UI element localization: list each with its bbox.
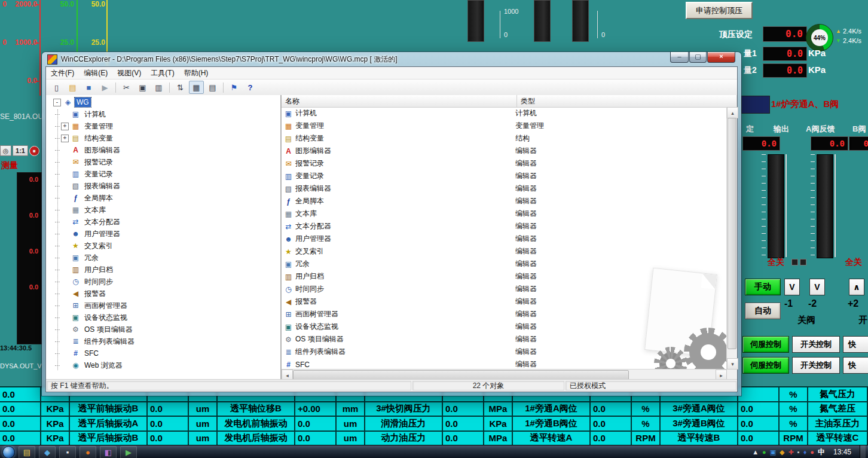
tree-expander[interactable] bbox=[61, 146, 69, 154]
tree-expander[interactable] bbox=[61, 338, 69, 346]
tray-icon[interactable]: ▪ bbox=[797, 449, 800, 456]
tree-expander[interactable] bbox=[61, 314, 69, 322]
tree-expander[interactable] bbox=[61, 302, 69, 310]
tree-expander[interactable] bbox=[61, 218, 69, 226]
horizontal-scrollbar[interactable]: ◂ ▸ bbox=[282, 369, 727, 380]
list-row[interactable]: ✉ 报警记录 编辑器 bbox=[282, 157, 727, 170]
tree-item[interactable]: ◷ 时间同步 bbox=[46, 276, 280, 288]
toolbar-button[interactable]: ▥ bbox=[151, 81, 166, 94]
tray-icon[interactable]: ◆ bbox=[780, 449, 784, 456]
tree-expander[interactable] bbox=[61, 362, 69, 370]
toolbar-button[interactable]: ■ bbox=[81, 81, 96, 94]
tray-icon[interactable]: ✚ bbox=[788, 449, 794, 456]
title-bar[interactable]: WinCCExplorer - D:\Program Files (x86)\S… bbox=[42, 52, 741, 66]
toolbar-button[interactable]: ✂ bbox=[119, 81, 134, 94]
tree-expander[interactable] bbox=[61, 206, 69, 214]
tree-item[interactable]: ◉ Web 浏览器 bbox=[46, 359, 280, 371]
toolbar-button[interactable]: ▤ bbox=[65, 81, 80, 94]
tree-root[interactable]: - ◈ WG bbox=[46, 96, 280, 108]
list-row[interactable]: ▣ 计算机 计算机 bbox=[282, 107, 727, 120]
tree-expander[interactable] bbox=[61, 230, 69, 238]
tree-item[interactable]: ▣ 计算机 bbox=[46, 108, 280, 120]
tree-item[interactable]: ▥ 用户归档 bbox=[46, 264, 280, 276]
tree-expander[interactable] bbox=[61, 194, 69, 202]
list-row[interactable]: ▥ 变量记录 编辑器 bbox=[282, 170, 727, 182]
tree-item[interactable]: ☻ 用户管理器 bbox=[46, 228, 280, 240]
tree-item[interactable]: ★ 交叉索引 bbox=[46, 240, 280, 252]
list-row[interactable]: ▧ 报表编辑器 编辑器 bbox=[282, 182, 727, 195]
list-row[interactable]: ▦ 变量管理 变量管理 bbox=[282, 120, 727, 132]
minimize-button[interactable]: – bbox=[670, 52, 689, 63]
toolbar-button[interactable] bbox=[169, 83, 170, 93]
fast-open-button-1[interactable]: 快 bbox=[843, 336, 868, 353]
zoom-level[interactable]: 1:1 bbox=[13, 145, 28, 156]
tree-item[interactable]: + ▦ 变量管理 bbox=[46, 120, 280, 132]
tree-expander[interactable] bbox=[61, 111, 69, 118]
toolbar-button[interactable]: ▯ bbox=[49, 81, 64, 94]
list-row[interactable]: ★ 交叉索引 编辑器 bbox=[282, 245, 727, 258]
tree-item[interactable]: ▧ 报表编辑器 bbox=[46, 180, 280, 192]
tree-expander[interactable]: + bbox=[61, 135, 69, 142]
scroll-down-icon[interactable]: ▾ bbox=[727, 358, 738, 370]
ime-indicator[interactable]: 中 bbox=[818, 447, 825, 457]
taskbar-app-icon[interactable]: ▪ bbox=[59, 446, 76, 458]
tray-icon[interactable]: ▲ bbox=[752, 449, 759, 456]
menu-item[interactable]: 帮助(H) bbox=[179, 67, 213, 80]
scroll-up-icon[interactable]: ▴ bbox=[727, 107, 738, 118]
tree-expander[interactable] bbox=[61, 242, 69, 250]
menu-item[interactable]: 编辑(E) bbox=[79, 67, 112, 80]
list-row[interactable]: ▤ 结构变量 结构 bbox=[282, 132, 727, 145]
tree-item[interactable]: ⇄ 文本分配器 bbox=[46, 216, 280, 228]
switch-control-button-1[interactable]: 开关控制 bbox=[792, 336, 840, 353]
tree-expander[interactable] bbox=[61, 254, 69, 262]
v-button-2[interactable]: V bbox=[809, 279, 825, 295]
auto-mode-button[interactable]: 自动 bbox=[745, 303, 781, 319]
tree-expander[interactable] bbox=[61, 326, 69, 334]
toolbar-button[interactable]: ⇅ bbox=[173, 81, 188, 94]
tree-item[interactable]: ◀ 报警器 bbox=[46, 288, 280, 300]
magnifier-icon[interactable]: ◎ bbox=[0, 145, 11, 156]
toolbar-button[interactable]: ⚑ bbox=[227, 81, 242, 94]
tray-icon[interactable]: ● bbox=[762, 449, 766, 456]
list-row[interactable]: ƒ 全局脚本 编辑器 bbox=[282, 195, 727, 207]
maximize-button[interactable]: ▢ bbox=[689, 52, 707, 63]
tray-icon[interactable]: ▣ bbox=[770, 449, 776, 456]
manual-mode-button[interactable]: 手动 bbox=[745, 279, 781, 295]
column-header-name[interactable]: 名称 bbox=[282, 95, 517, 107]
menu-item[interactable]: 视图(V) bbox=[112, 67, 146, 80]
fast-open-button-2[interactable]: 快 bbox=[843, 357, 868, 374]
clock[interactable]: 13:45 bbox=[829, 448, 856, 456]
toolbar-button[interactable]: ▶ bbox=[97, 81, 112, 94]
tray-icon[interactable]: ♦ bbox=[803, 449, 807, 456]
stop-icon[interactable]: ■ bbox=[29, 146, 39, 156]
request-top-pressure-button[interactable]: 申请控制顶压 bbox=[686, 2, 753, 19]
taskbar-app-icon[interactable]: ● bbox=[80, 446, 96, 458]
toolbar-button[interactable]: ▦ bbox=[189, 81, 204, 94]
tray-icon[interactable]: ● bbox=[810, 449, 814, 456]
taskbar-app-icon[interactable]: ▤ bbox=[19, 446, 35, 458]
toolbar-button[interactable] bbox=[115, 83, 116, 93]
switch-control-button-2[interactable]: 开关控制 bbox=[792, 357, 840, 374]
tree-item[interactable]: ▥ 变量记录 bbox=[46, 168, 280, 180]
tree-expander[interactable] bbox=[61, 170, 69, 178]
tree-item[interactable]: ƒ 全局脚本 bbox=[46, 192, 280, 204]
tree-item[interactable]: ⚙ OS 项目编辑器 bbox=[46, 323, 280, 335]
taskbar-app-icon[interactable]: ▶ bbox=[120, 446, 137, 458]
tree-expander[interactable] bbox=[61, 350, 69, 358]
tree-expander[interactable]: - bbox=[53, 99, 61, 106]
vertical-scrollbar[interactable]: ▴ ▾ bbox=[726, 107, 737, 370]
tree-item[interactable]: ≣ 组件列表编辑器 bbox=[46, 335, 280, 347]
list-row[interactable]: ☻ 用户管理器 编辑器 bbox=[282, 233, 727, 245]
show-desktop-button[interactable] bbox=[860, 445, 866, 458]
close-button[interactable]: × bbox=[707, 52, 735, 63]
tree-expander[interactable] bbox=[61, 182, 69, 190]
tree-expander[interactable] bbox=[61, 290, 69, 298]
toolbar-button[interactable]: ? bbox=[243, 81, 258, 94]
list-row[interactable]: ⇄ 文本分配器 编辑器 bbox=[282, 220, 727, 233]
list-row[interactable]: A 图形编辑器 编辑器 bbox=[282, 145, 727, 157]
menu-item[interactable]: 工具(T) bbox=[146, 67, 179, 80]
up-button[interactable]: ∧ bbox=[849, 279, 864, 295]
tree-item[interactable]: ⊞ 画面树管理器 bbox=[46, 300, 280, 312]
servo-control-button-1[interactable]: 伺服控制 bbox=[742, 336, 789, 353]
tree-item[interactable]: ▦ 文本库 bbox=[46, 204, 280, 216]
